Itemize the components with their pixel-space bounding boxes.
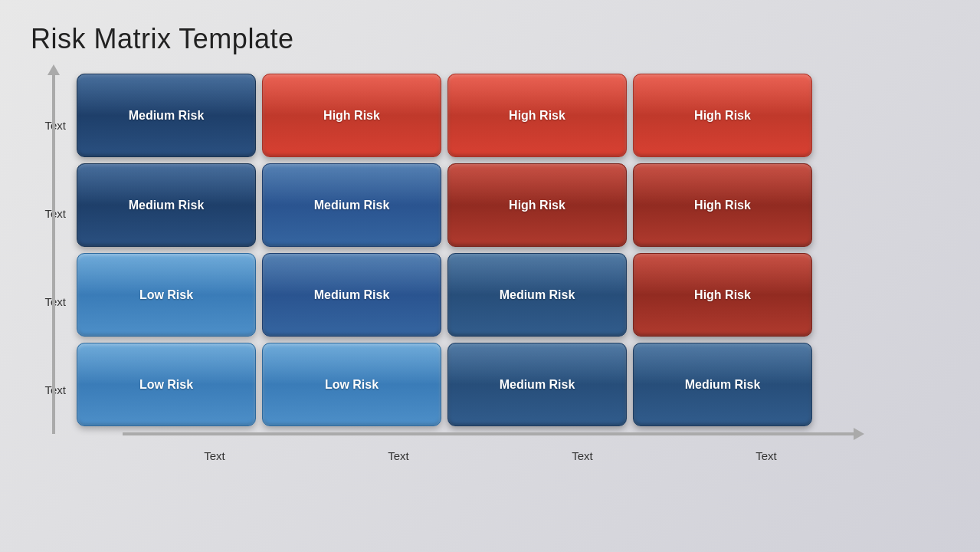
cell-row1-col2[interactable]: High Risk [447, 163, 627, 247]
y-label-3: Text [35, 383, 66, 396]
cell-row1-col1[interactable]: Medium Risk [262, 163, 441, 247]
cell-label-row2-col3: High Risk [694, 288, 751, 302]
cell-row1-col3[interactable]: High Risk [633, 163, 812, 247]
cell-row0-col2[interactable]: High Risk [447, 74, 627, 157]
x-label-1: Text [306, 449, 490, 462]
page-title: Risk Matrix Template [31, 23, 293, 55]
cell-label-row3-col2: Medium Risk [500, 378, 575, 392]
cell-label-row0-col3: High Risk [694, 109, 751, 123]
cell-label-row0-col1: High Risk [323, 109, 380, 123]
x-label-3: Text [674, 449, 858, 462]
cell-label-row1-col0: Medium Risk [129, 199, 205, 212]
cell-row0-col0[interactable]: Medium Risk [77, 74, 256, 157]
y-axis-arrow [52, 74, 55, 434]
cell-label-row2-col0: Low Risk [139, 288, 193, 302]
cell-row1-col0[interactable]: Medium Risk [77, 163, 256, 247]
x-label-2: Text [490, 449, 674, 462]
cell-label-row0-col0: Medium Risk [129, 109, 205, 123]
cell-label-row0-col2: High Risk [509, 109, 565, 123]
x-axis-arrow [123, 432, 854, 435]
cell-row2-col1[interactable]: Medium Risk [262, 253, 441, 337]
cell-label-row2-col1: Medium Risk [314, 288, 390, 302]
cell-row2-col0[interactable]: Low Risk [77, 253, 256, 337]
x-label-0: Text [123, 449, 306, 462]
cell-label-row1-col2: High Risk [509, 199, 565, 212]
cell-row0-col3[interactable]: High Risk [633, 74, 812, 157]
cell-row2-col2[interactable]: Medium Risk [447, 253, 627, 337]
y-label-0: Text [35, 119, 66, 132]
cell-row2-col3[interactable]: High Risk [633, 253, 812, 337]
cell-row0-col1[interactable]: High Risk [262, 74, 441, 157]
cell-label-row3-col3: Medium Risk [685, 378, 761, 392]
cell-label-row1-col1: Medium Risk [314, 199, 390, 212]
cell-label-row3-col1: Low Risk [325, 378, 379, 392]
cell-row3-col1[interactable]: Low Risk [262, 343, 441, 426]
cell-label-row2-col2: Medium Risk [500, 288, 575, 302]
cell-label-row1-col3: High Risk [694, 199, 751, 212]
cell-row3-col2[interactable]: Medium Risk [447, 343, 627, 426]
y-label-1: Text [35, 207, 66, 220]
cell-label-row3-col0: Low Risk [139, 378, 193, 392]
y-label-2: Text [35, 295, 66, 308]
cell-row3-col3[interactable]: Medium Risk [633, 343, 812, 426]
cell-row3-col0[interactable]: Low Risk [77, 343, 256, 426]
